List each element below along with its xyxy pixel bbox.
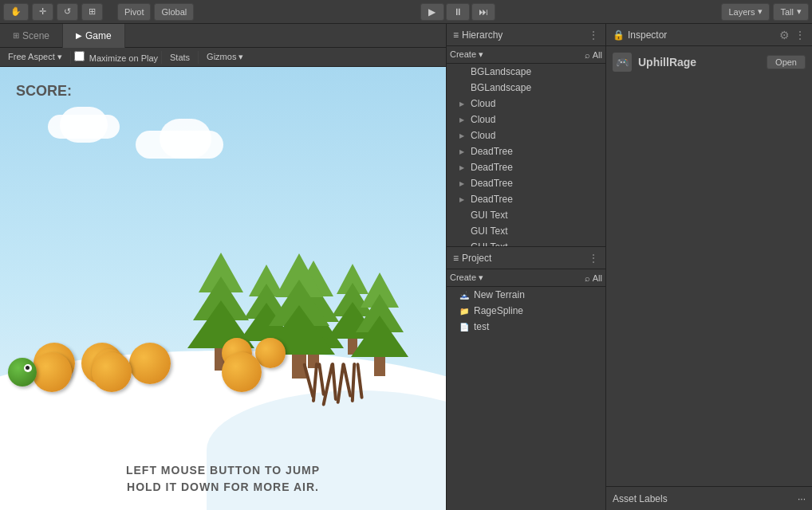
- tall-arrow-icon: ▾: [797, 6, 802, 17]
- middle-panel: ≡ Hierarchy ⋮ Create ▾ ⌕ All BGLandscape: [447, 24, 606, 510]
- project-list-item-ragespline[interactable]: 📁 RageSpline: [447, 303, 605, 319]
- instruction-line-2: HOLD IT DOWN FOR MORE AIR.: [0, 479, 446, 496]
- move-icon: ✛: [39, 6, 46, 17]
- maximize-checkbox[interactable]: [74, 51, 85, 61]
- tab-scene[interactable]: ⊞ Scene: [0, 24, 63, 48]
- project-list-item-test[interactable]: 📄 test: [447, 319, 605, 335]
- hierarchy-toolbar: Create ▾ ⌕ All: [447, 46, 605, 64]
- pivot-label: Pivot: [124, 7, 144, 17]
- tree-6: [351, 273, 408, 376]
- project-menu-icon[interactable]: ⋮: [588, 252, 599, 265]
- hand-icon: ✋: [10, 6, 22, 17]
- rotate-tool-button[interactable]: ↺: [57, 3, 78, 21]
- project-list-item-terrain[interactable]: 🗻 New Terrain: [447, 287, 605, 303]
- open-button[interactable]: Open: [767, 55, 806, 69]
- global-label: Global: [161, 7, 187, 17]
- hierarchy-list: BGLandscape BGLandscape ▶ Cloud ▶ Cloud …: [447, 64, 605, 246]
- hierarchy-icon: ≡: [453, 29, 459, 41]
- hierarchy-title: ≡ Hierarchy: [453, 29, 503, 41]
- hand-tool-button[interactable]: ✋: [3, 3, 29, 21]
- list-item[interactable]: ▶ DeadTree: [447, 143, 605, 159]
- thorn-2: [312, 363, 318, 402]
- global-button[interactable]: Global: [154, 3, 194, 21]
- list-item[interactable]: ▶ DeadTree: [447, 159, 605, 175]
- hierarchy-create-button[interactable]: Create ▾: [450, 49, 483, 60]
- ball-9: [222, 352, 262, 392]
- hierarchy-panel: ≡ Hierarchy ⋮ Create ▾ ⌕ All BGLandscape: [447, 24, 605, 247]
- terrain-icon: 🗻: [459, 291, 471, 300]
- scale-tool-button[interactable]: ⊞: [81, 3, 103, 21]
- left-panel: ⊞ Scene ▶ Game Free Aspect ▾ Maximize on…: [0, 24, 447, 510]
- move-tool-button[interactable]: ✛: [32, 3, 53, 21]
- folder-icon: 📁: [459, 307, 471, 316]
- list-item[interactable]: GUI Text: [447, 239, 605, 246]
- ball-8: [92, 352, 132, 392]
- gizmos-button[interactable]: Gizmos ▾: [202, 50, 248, 64]
- scale-icon: ⊞: [89, 6, 96, 17]
- layers-arrow-icon: ▾: [758, 6, 763, 17]
- project-title: ≡ Project: [453, 253, 491, 264]
- list-item[interactable]: GUI Text: [447, 223, 605, 239]
- game-toolbar: Free Aspect ▾ Maximize on Play Stats Giz…: [0, 48, 446, 67]
- asset-name: UphillRage: [638, 56, 696, 69]
- score-display: SCORE:: [16, 83, 72, 100]
- stats-button[interactable]: Stats: [165, 51, 195, 64]
- inspector-settings-icon[interactable]: ⚙: [779, 29, 790, 41]
- asset-icon: 🎮: [613, 53, 632, 72]
- list-item[interactable]: ▶ Cloud: [447, 128, 605, 143]
- step-icon: ⏭: [479, 6, 488, 18]
- hierarchy-all-button[interactable]: ⌕ All: [585, 50, 602, 60]
- player-pupil: [26, 366, 30, 370]
- pivot-button[interactable]: Pivot: [117, 3, 151, 21]
- step-button[interactable]: ⏭: [471, 3, 495, 21]
- layers-dropdown[interactable]: Layers ▾: [721, 3, 770, 21]
- maximize-on-play-checkbox[interactable]: Maximize on Play: [74, 51, 158, 63]
- thorns-group: [307, 363, 361, 406]
- pause-button[interactable]: ⏸: [446, 3, 470, 21]
- project-panel: ≡ Project ⋮ Create ▾ ⌕ All 🗻 New Terrain: [447, 247, 605, 510]
- layers-label: Layers: [728, 7, 755, 17]
- project-header: ≡ Project ⋮: [447, 247, 605, 269]
- hierarchy-header: ≡ Hierarchy ⋮: [447, 24, 605, 46]
- project-list: 🗻 New Terrain 📁 RageSpline 📄 test: [447, 287, 605, 510]
- asset-labels-dots[interactable]: ···: [798, 493, 806, 504]
- project-all-button[interactable]: ⌕ All: [585, 273, 602, 283]
- project-icon: ≡: [453, 253, 459, 264]
- free-aspect-label[interactable]: Free Aspect ▾: [3, 50, 67, 64]
- ball-3: [129, 343, 171, 384]
- cloud-1-top: [60, 107, 108, 143]
- cloud-2-top: [160, 119, 211, 159]
- player-character: [8, 358, 37, 386]
- list-item[interactable]: ▶ DeadTree: [447, 191, 605, 207]
- inspector-asset-row: 🎮 UphillRage Open: [613, 53, 806, 72]
- project-create-button[interactable]: Create ▾: [450, 273, 483, 283]
- list-item[interactable]: BGLandscape: [447, 64, 605, 80]
- list-item[interactable]: ▶ Cloud: [447, 112, 605, 128]
- pause-icon: ⏸: [453, 6, 463, 18]
- inspector-content: 🎮 UphillRage Open: [606, 46, 812, 510]
- tall-dropdown[interactable]: Tall ▾: [773, 3, 809, 21]
- list-item[interactable]: BGLandscape: [447, 80, 605, 96]
- tall-label: Tall: [780, 7, 794, 17]
- asset-labels-text: Asset Labels: [613, 493, 668, 504]
- game-tab-icon: ▶: [76, 31, 82, 40]
- game-viewport: SCORE: LEFT MOUSE BUTTON TO JUMP HOLD IT…: [0, 67, 446, 510]
- scene-tab-icon: ⊞: [13, 31, 19, 40]
- inspector-header: 🔒 Inspector ⚙ ⋮: [606, 24, 812, 46]
- list-item[interactable]: ▶ Cloud: [447, 96, 605, 112]
- hierarchy-menu-icon[interactable]: ⋮: [588, 29, 599, 41]
- inspector-panel: 🔒 Inspector ⚙ ⋮ 🎮 UphillRage Open Asset …: [606, 24, 812, 510]
- list-item[interactable]: ▶ DeadTree: [447, 175, 605, 191]
- tab-game[interactable]: ▶ Game: [63, 24, 125, 48]
- play-icon: ▶: [428, 6, 436, 18]
- inspector-menu-icon[interactable]: ⋮: [794, 29, 806, 41]
- player-eye: [24, 364, 32, 372]
- list-item[interactable]: GUI Text: [447, 207, 605, 223]
- inspector-lock-icon[interactable]: 🔒: [613, 29, 625, 41]
- game-tab-label: Game: [85, 30, 112, 41]
- tab-bar: ⊞ Scene ▶ Game: [0, 24, 446, 48]
- main-toolbar: ✋ ✛ ↺ ⊞ Pivot Global ▶ ⏸ ⏭ Layers ▾ Tall: [0, 0, 812, 24]
- inspector-title: 🔒 Inspector: [613, 29, 667, 41]
- play-button[interactable]: ▶: [420, 3, 444, 21]
- file-icon: 📄: [459, 323, 471, 332]
